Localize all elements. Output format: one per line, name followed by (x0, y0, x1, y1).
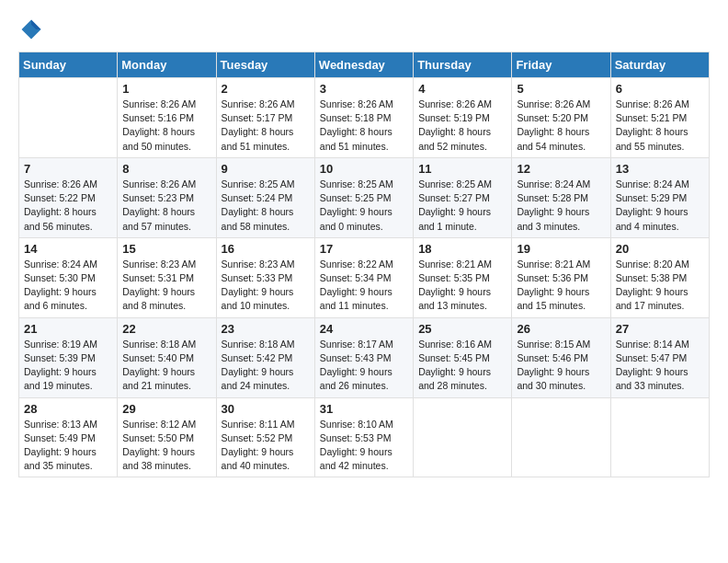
calendar-cell: 2Sunrise: 8:26 AMSunset: 5:17 PMDaylight… (216, 78, 314, 158)
day-info: Sunrise: 8:22 AMSunset: 5:34 PMDaylight:… (320, 258, 408, 314)
header (18, 17, 710, 42)
week-row-1: 1Sunrise: 8:26 AMSunset: 5:16 PMDaylight… (19, 78, 710, 158)
calendar-cell: 22Sunrise: 8:18 AMSunset: 5:40 PMDayligh… (118, 317, 216, 397)
day-number: 14 (24, 242, 112, 256)
day-number: 22 (122, 322, 210, 336)
calendar-cell: 4Sunrise: 8:26 AMSunset: 5:19 PMDaylight… (414, 78, 512, 158)
day-number: 10 (320, 162, 408, 176)
day-number: 8 (122, 162, 210, 176)
day-info: Sunrise: 8:21 AMSunset: 5:36 PMDaylight:… (517, 258, 605, 314)
day-info: Sunrise: 8:13 AMSunset: 5:49 PMDaylight:… (24, 418, 112, 474)
day-info: Sunrise: 8:10 AMSunset: 5:53 PMDaylight:… (320, 418, 408, 474)
calendar-cell: 6Sunrise: 8:26 AMSunset: 5:21 PMDaylight… (610, 78, 709, 158)
logo-icon (18, 17, 44, 42)
calendar-cell: 16Sunrise: 8:23 AMSunset: 5:33 PMDayligh… (216, 237, 314, 317)
day-number: 27 (616, 322, 704, 336)
calendar-cell: 3Sunrise: 8:26 AMSunset: 5:18 PMDaylight… (314, 78, 413, 158)
day-info: Sunrise: 8:25 AMSunset: 5:27 PMDaylight:… (418, 178, 506, 234)
day-info: Sunrise: 8:18 AMSunset: 5:40 PMDaylight:… (122, 338, 210, 394)
day-number: 17 (320, 242, 408, 256)
day-info: Sunrise: 8:24 AMSunset: 5:30 PMDaylight:… (24, 258, 112, 314)
day-number: 5 (517, 82, 605, 96)
page: SundayMondayTuesdayWednesdayThursdayFrid… (0, 0, 728, 563)
calendar-cell: 12Sunrise: 8:24 AMSunset: 5:28 PMDayligh… (512, 157, 610, 237)
day-info: Sunrise: 8:26 AMSunset: 5:23 PMDaylight:… (122, 178, 210, 234)
day-info: Sunrise: 8:23 AMSunset: 5:31 PMDaylight:… (122, 258, 210, 314)
day-info: Sunrise: 8:25 AMSunset: 5:25 PMDaylight:… (320, 178, 408, 234)
calendar-cell: 31Sunrise: 8:10 AMSunset: 5:53 PMDayligh… (314, 397, 413, 477)
calendar-cell: 1Sunrise: 8:26 AMSunset: 5:16 PMDaylight… (118, 78, 216, 158)
day-number: 23 (222, 322, 310, 336)
day-number: 7 (24, 162, 112, 176)
calendar-cell: 20Sunrise: 8:20 AMSunset: 5:38 PMDayligh… (610, 237, 709, 317)
calendar-cell: 24Sunrise: 8:17 AMSunset: 5:43 PMDayligh… (314, 317, 413, 397)
col-header-saturday: Saturday (610, 52, 709, 78)
day-number: 25 (418, 322, 506, 336)
day-number: 18 (418, 242, 506, 256)
calendar-cell: 11Sunrise: 8:25 AMSunset: 5:27 PMDayligh… (414, 157, 512, 237)
day-info: Sunrise: 8:26 AMSunset: 5:19 PMDaylight:… (418, 98, 506, 154)
day-number: 11 (418, 162, 506, 176)
calendar-cell: 23Sunrise: 8:18 AMSunset: 5:42 PMDayligh… (216, 317, 314, 397)
day-info: Sunrise: 8:26 AMSunset: 5:21 PMDaylight:… (616, 98, 704, 154)
week-row-3: 14Sunrise: 8:24 AMSunset: 5:30 PMDayligh… (19, 237, 710, 317)
col-header-monday: Monday (118, 52, 216, 78)
calendar-cell: 15Sunrise: 8:23 AMSunset: 5:31 PMDayligh… (118, 237, 216, 317)
day-number: 12 (517, 162, 605, 176)
col-header-friday: Friday (512, 52, 610, 78)
calendar-cell: 25Sunrise: 8:16 AMSunset: 5:45 PMDayligh… (414, 317, 512, 397)
calendar-cell: 27Sunrise: 8:14 AMSunset: 5:47 PMDayligh… (610, 317, 709, 397)
col-header-sunday: Sunday (19, 52, 118, 78)
calendar-table: SundayMondayTuesdayWednesdayThursdayFrid… (18, 52, 710, 477)
day-info: Sunrise: 8:17 AMSunset: 5:43 PMDaylight:… (320, 338, 408, 394)
day-number: 31 (320, 402, 408, 416)
day-number: 30 (222, 402, 310, 416)
day-number: 19 (517, 242, 605, 256)
calendar-cell (19, 78, 118, 158)
calendar-cell: 13Sunrise: 8:24 AMSunset: 5:29 PMDayligh… (610, 157, 709, 237)
day-info: Sunrise: 8:11 AMSunset: 5:52 PMDaylight:… (222, 418, 310, 474)
day-number: 28 (24, 402, 112, 416)
day-number: 3 (320, 82, 408, 96)
day-number: 21 (24, 322, 112, 336)
week-row-5: 28Sunrise: 8:13 AMSunset: 5:49 PMDayligh… (19, 397, 710, 477)
day-info: Sunrise: 8:23 AMSunset: 5:33 PMDaylight:… (222, 258, 310, 314)
day-number: 13 (616, 162, 704, 176)
day-info: Sunrise: 8:14 AMSunset: 5:47 PMDaylight:… (616, 338, 704, 394)
calendar-cell (610, 397, 709, 477)
day-info: Sunrise: 8:24 AMSunset: 5:29 PMDaylight:… (616, 178, 704, 234)
calendar-cell: 14Sunrise: 8:24 AMSunset: 5:30 PMDayligh… (19, 237, 118, 317)
day-number: 29 (122, 402, 210, 416)
day-info: Sunrise: 8:21 AMSunset: 5:35 PMDaylight:… (418, 258, 506, 314)
day-info: Sunrise: 8:18 AMSunset: 5:42 PMDaylight:… (222, 338, 310, 394)
calendar-cell: 17Sunrise: 8:22 AMSunset: 5:34 PMDayligh… (314, 237, 413, 317)
col-header-tuesday: Tuesday (216, 52, 314, 78)
day-number: 26 (517, 322, 605, 336)
day-number: 4 (418, 82, 506, 96)
col-header-wednesday: Wednesday (314, 52, 413, 78)
day-number: 6 (616, 82, 704, 96)
day-info: Sunrise: 8:26 AMSunset: 5:22 PMDaylight:… (24, 178, 112, 234)
calendar-cell: 10Sunrise: 8:25 AMSunset: 5:25 PMDayligh… (314, 157, 413, 237)
day-number: 1 (122, 82, 210, 96)
week-row-4: 21Sunrise: 8:19 AMSunset: 5:39 PMDayligh… (19, 317, 710, 397)
calendar-cell (512, 397, 610, 477)
calendar-cell: 30Sunrise: 8:11 AMSunset: 5:52 PMDayligh… (216, 397, 314, 477)
calendar-cell: 5Sunrise: 8:26 AMSunset: 5:20 PMDaylight… (512, 78, 610, 158)
calendar-cell: 8Sunrise: 8:26 AMSunset: 5:23 PMDaylight… (118, 157, 216, 237)
day-number: 24 (320, 322, 408, 336)
day-info: Sunrise: 8:25 AMSunset: 5:24 PMDaylight:… (222, 178, 310, 234)
calendar-cell: 21Sunrise: 8:19 AMSunset: 5:39 PMDayligh… (19, 317, 118, 397)
calendar-cell: 7Sunrise: 8:26 AMSunset: 5:22 PMDaylight… (19, 157, 118, 237)
calendar-cell (414, 397, 512, 477)
day-info: Sunrise: 8:20 AMSunset: 5:38 PMDaylight:… (616, 258, 704, 314)
calendar-cell: 28Sunrise: 8:13 AMSunset: 5:49 PMDayligh… (19, 397, 118, 477)
day-info: Sunrise: 8:15 AMSunset: 5:46 PMDaylight:… (517, 338, 605, 394)
calendar-cell: 19Sunrise: 8:21 AMSunset: 5:36 PMDayligh… (512, 237, 610, 317)
day-info: Sunrise: 8:24 AMSunset: 5:28 PMDaylight:… (517, 178, 605, 234)
week-row-2: 7Sunrise: 8:26 AMSunset: 5:22 PMDaylight… (19, 157, 710, 237)
day-number: 15 (122, 242, 210, 256)
day-info: Sunrise: 8:19 AMSunset: 5:39 PMDaylight:… (24, 338, 112, 394)
day-number: 2 (222, 82, 310, 96)
day-number: 20 (616, 242, 704, 256)
